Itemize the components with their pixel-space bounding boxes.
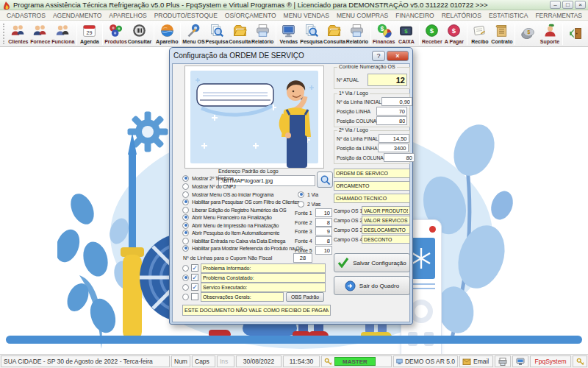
toolbar-vendas[interactable]: Vendas [278, 21, 300, 46]
option-liberar-edicao[interactable]: Liberar Edição do Registro Numérico da O… [182, 206, 286, 213]
toolbar-contrato[interactable]: Contrato [491, 21, 513, 46]
campo-os-2-input[interactable] [362, 216, 410, 224]
dialog-titlebar[interactable]: Configuração da ORDEM DE SERVIÇO ? × [172, 48, 410, 63]
option-pesquisar-filtro[interactable]: Habilitar para Pesquisar OS com Filtro d… [182, 198, 299, 205]
titulo-orcamento[interactable] [334, 181, 410, 191]
toolbar-suporte[interactable]: Suporte [539, 21, 561, 46]
fonte-2-input[interactable] [315, 218, 332, 227]
linha-inicial-input[interactable] [381, 97, 412, 106]
toolbar-consulta-os[interactable]: Consulta [229, 21, 251, 46]
fonte-5-input[interactable] [315, 246, 332, 255]
checkbox-icon[interactable] [191, 293, 198, 300]
toolbar-consulta-vendas[interactable]: Consulta [323, 21, 345, 46]
toolbar-clientes[interactable]: Clientes [7, 21, 29, 46]
toolbar-pesquisa-os[interactable]: Pesquisa [205, 21, 229, 46]
option-entrada-caixa[interactable]: Habilitar Entrada no Caixa via Data Entr… [182, 237, 285, 244]
problema-informado-field[interactable] [201, 263, 326, 273]
toolbar-pesquisa-vendas[interactable]: Pesquisa [300, 21, 323, 46]
toolbar-moeda[interactable]: $ [517, 21, 539, 46]
checkbox-icon[interactable] [191, 264, 198, 272]
statusbar-computer[interactable] [512, 355, 528, 367]
toolbar-relatorio-vendas[interactable]: Relatório [345, 21, 368, 46]
campo-os-3-input[interactable] [362, 225, 410, 234]
observacoes-gerais-field[interactable] [201, 292, 284, 302]
option-pesquisa-item[interactable]: Abrir Pesquisa do Item Automaticamente [182, 229, 279, 236]
option-mostrar-cnpj[interactable]: Mostrar Nº do CNPJ [182, 183, 236, 190]
logo-search-button[interactable] [317, 171, 333, 188]
menu-agendamento[interactable]: AGENDAMENTO [49, 12, 105, 19]
dialog-close-button[interactable]: × [387, 51, 409, 61]
radio-icon[interactable] [182, 275, 189, 281]
toolbar-funciona[interactable]: Funciona [51, 21, 75, 46]
toolbar-aparelho[interactable]: Aparelho [156, 21, 179, 46]
posicao-linha-input[interactable] [376, 107, 407, 116]
toolbar-menu-os[interactable]: Menu OS [182, 21, 205, 46]
menu-produto-estoque[interactable]: PRODUTO/ESTOQUE [151, 12, 221, 19]
toolbar-fornece[interactable]: Fornece [29, 21, 51, 46]
menu-vendas[interactable]: MENU VENDAS [280, 12, 333, 19]
menu-os-orcamento[interactable]: OS/ORÇAMENTO [221, 12, 280, 19]
option-mostrar-2-telefone[interactable]: Mostrar 2º Telefone [182, 174, 234, 182]
problema-constatado-field[interactable] [201, 273, 326, 283]
toolbar-financas[interactable]: $Financas [373, 21, 395, 46]
toolbar-receber[interactable]: $Receber [421, 21, 443, 46]
menu-ferramentas[interactable]: FERRAMENTAS [531, 12, 586, 19]
campo-os-1-input[interactable] [362, 206, 410, 215]
toolbar-consultar[interactable]: Consultar [127, 21, 151, 46]
salvar-configuracao-button[interactable]: Salvar Configuração [334, 253, 410, 272]
toolbar-grip [3, 24, 6, 44]
toolbar-relatorio-os[interactable]: Relatório [251, 21, 274, 46]
menu-financeiro[interactable]: FINANCEIRO [392, 12, 437, 19]
maximize-button[interactable]: □ [562, 1, 573, 9]
statusbar-printer[interactable] [495, 355, 511, 367]
obs-padrao-button[interactable]: OBS Padrão [286, 292, 324, 302]
footer-note-field[interactable] [182, 305, 331, 316]
radio-icon[interactable] [182, 294, 189, 300]
servico-executado-field[interactable] [201, 283, 326, 292]
menu-compras[interactable]: MENU COMPRAS [333, 12, 392, 19]
linha-final-input[interactable] [379, 134, 409, 143]
cupom-input[interactable] [293, 253, 312, 263]
menu-cadastros[interactable]: CADASTROS [3, 12, 49, 19]
option-menu-financeiro[interactable]: Abrir Menu Financeiro na Finalização [182, 213, 272, 221]
minimize-button[interactable]: – [550, 1, 561, 9]
radio-icon[interactable] [182, 265, 189, 272]
numero-atual-input[interactable] [368, 74, 407, 86]
toolbar-produtos[interactable]: Produtos [104, 21, 128, 46]
radio-icon [182, 222, 189, 229]
option-referencia-produto[interactable]: Habilitar para Mostrar Referencia do Pro… [182, 244, 303, 252]
close-button[interactable]: × [575, 1, 586, 9]
posicao-coluna2-input[interactable] [384, 153, 415, 162]
sair-do-quadro-button[interactable]: Sair do Quadro [334, 276, 410, 295]
toolbar-sair[interactable] [564, 21, 587, 46]
toolbar-caixa[interactable]: $CAIXA [395, 21, 417, 46]
group-via2-logo: 2ª Via / Logo Nº da Linha FINAL Posição … [334, 130, 410, 164]
menu-relatorios[interactable]: RELATÓRIOS [438, 12, 485, 19]
via-2-radio[interactable]: 2 Vias [298, 200, 320, 208]
menu-estatistica[interactable]: ESTATISTICA [485, 12, 532, 19]
menu-aparelhos[interactable]: APARELHOS [105, 12, 150, 19]
radio-icon[interactable] [182, 284, 189, 291]
products-icon [108, 23, 123, 38]
checkbox-icon[interactable] [191, 274, 198, 281]
titulo-ordem-servico[interactable] [334, 169, 410, 178]
toolbar-separator [76, 23, 77, 45]
barcode-icon [132, 23, 147, 38]
fonte-1-input[interactable] [315, 208, 332, 217]
titulo-chamado-tecnico[interactable] [334, 194, 410, 203]
posicao-linha2-input[interactable] [378, 144, 409, 152]
statusbar-email[interactable]: Email [459, 355, 493, 367]
campo-os-4-input[interactable] [362, 235, 410, 244]
via-1-radio[interactable]: 1 Via [298, 191, 318, 198]
posicao-coluna-input[interactable] [376, 116, 407, 125]
checkbox-icon[interactable] [191, 283, 198, 291]
dialog-help-button[interactable]: ? [372, 51, 385, 61]
option-menu-impressao[interactable]: Abrir Menu de Impressão na Finalização [182, 222, 279, 229]
fonte-3-input[interactable] [315, 227, 332, 236]
toolbar-a-pagar[interactable]: $A Pagar [443, 21, 465, 46]
app-icon [2, 1, 11, 10]
toolbar-agenda[interactable]: 29Agenda [79, 21, 101, 46]
toolbar-recibo[interactable]: Recibo [469, 21, 491, 46]
fonte-4-input[interactable] [315, 236, 332, 245]
option-menu-os-iniciar[interactable]: Mostrar Menu OS ao Iniciar Programa [182, 191, 273, 198]
